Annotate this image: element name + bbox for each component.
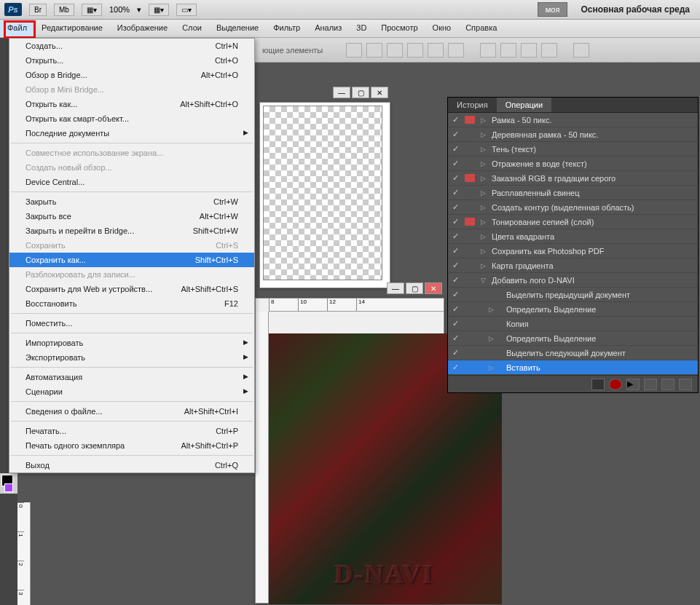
menu-справка[interactable]: Справка: [458, 20, 504, 37]
maximize-button[interactable]: ▢: [406, 282, 423, 294]
background-color[interactable]: [4, 483, 13, 492]
expand-icon[interactable]: ▷: [477, 131, 489, 138]
action-checkbox[interactable]: ✓: [448, 217, 463, 226]
menu-item[interactable]: Импортировать▶: [9, 336, 254, 350]
menu-item[interactable]: ВосстановитьF12: [9, 296, 254, 311]
close-button[interactable]: ✕: [371, 87, 388, 98]
menu-просмотр[interactable]: Просмотр: [374, 20, 425, 37]
action-row[interactable]: ✓▷Деревянная рамка - 50 пикс.: [448, 127, 698, 142]
menu-слои[interactable]: Слои: [175, 20, 209, 37]
action-checkbox[interactable]: ✓: [448, 348, 463, 357]
action-row[interactable]: ✓▽Добавить лого D-NAVI: [448, 273, 698, 288]
expand-icon[interactable]: ▷: [477, 306, 489, 313]
action-row[interactable]: ✓▷Создать контур (выделенная область): [448, 200, 698, 215]
action-row[interactable]: ✓▷Отражение в воде (текст): [448, 157, 698, 171]
action-row[interactable]: ✓▷Тень (текст): [448, 142, 698, 157]
tab-history[interactable]: История: [448, 98, 497, 112]
expand-icon[interactable]: ▽: [477, 277, 489, 284]
expand-icon[interactable]: ▷: [477, 364, 489, 371]
menu-окно[interactable]: Окно: [425, 20, 459, 37]
menu-item[interactable]: Экспортировать▶: [9, 350, 254, 365]
action-row[interactable]: ✓▷Рамка - 50 пикс.: [448, 113, 698, 127]
expand-icon[interactable]: ▷: [477, 116, 489, 124]
menu-выделение[interactable]: Выделение: [209, 20, 266, 37]
align-icon[interactable]: [407, 43, 423, 58]
expand-icon[interactable]: ▷: [477, 160, 489, 167]
expand-icon[interactable]: ▷: [477, 218, 489, 226]
stop-button[interactable]: [591, 379, 605, 390]
align-icon[interactable]: [448, 43, 464, 58]
menu-item[interactable]: Обзор в Bridge...Alt+Ctrl+O: [9, 68, 254, 82]
menu-item[interactable]: Device Central...: [9, 175, 254, 189]
action-checkbox[interactable]: ✓: [448, 275, 463, 285]
menu-анализ[interactable]: Анализ: [307, 20, 349, 37]
play-button[interactable]: ▶: [626, 379, 640, 390]
distribute-icon[interactable]: [573, 43, 589, 58]
action-checkbox[interactable]: ✓: [448, 173, 463, 183]
new-action-button[interactable]: [661, 379, 675, 390]
zoom-level[interactable]: 100%: [109, 5, 130, 14]
action-checkbox[interactable]: ✓: [448, 363, 463, 372]
menu-item[interactable]: Сохранить для Web и устройств...Alt+Shif…: [9, 282, 254, 296]
action-row[interactable]: ✓▷Цвета квадранта: [448, 229, 698, 244]
minimize-button[interactable]: —: [333, 87, 350, 98]
menu-item[interactable]: Создать...Ctrl+N: [9, 39, 254, 53]
action-row[interactable]: ✓▷Заказной RGB в градации серого: [448, 171, 698, 186]
action-checkbox[interactable]: ✓: [448, 290, 463, 299]
menu-item[interactable]: Сохранить как...Shift+Ctrl+S: [9, 253, 254, 267]
menu-фильтр[interactable]: Фильтр: [266, 20, 307, 37]
action-checkbox[interactable]: ✓: [448, 232, 463, 241]
action-checkbox[interactable]: ✓: [448, 246, 463, 256]
menu-item[interactable]: Последние документы▶: [9, 126, 254, 141]
action-row[interactable]: ✓▷Расплавленный свинец: [448, 186, 698, 200]
screenmode-button[interactable]: ▭▾: [176, 4, 197, 16]
viewmode-button[interactable]: ▦▾: [82, 4, 102, 16]
expand-icon[interactable]: ▷: [477, 204, 489, 211]
menu-item[interactable]: Сведения о файле...Alt+Shift+Ctrl+I: [9, 404, 254, 419]
action-row[interactable]: ✓Выделить следующий документ: [448, 346, 698, 360]
action-row[interactable]: ✓Выделить предыдущий документ: [448, 288, 698, 302]
expand-icon[interactable]: ▷: [477, 233, 489, 240]
bridge-button[interactable]: Br: [29, 4, 47, 16]
action-row[interactable]: ✓▷Сохранить как Photoshop PDF: [448, 244, 698, 258]
action-row[interactable]: ✓Копия: [448, 317, 698, 331]
menu-item[interactable]: Печатать...Ctrl+P: [9, 424, 254, 438]
menu-item[interactable]: Поместить...: [9, 316, 254, 331]
delete-button[interactable]: [679, 379, 692, 390]
tab-actions[interactable]: Операции: [497, 98, 551, 112]
menu-3d[interactable]: 3D: [349, 20, 374, 37]
workspace-label[interactable]: Основная рабочая среда: [575, 4, 696, 15]
action-checkbox[interactable]: ✓: [448, 202, 463, 212]
action-checkbox[interactable]: ✓: [448, 333, 463, 343]
distribute-icon[interactable]: [521, 43, 537, 58]
action-row[interactable]: ✓▷Определить Выделение: [448, 302, 698, 317]
new-set-button[interactable]: [644, 379, 657, 390]
action-row[interactable]: ✓▷Тонирование сепией (слой): [448, 215, 698, 229]
expand-icon[interactable]: ▷: [477, 146, 489, 153]
action-checkbox[interactable]: ✓: [448, 130, 463, 139]
arrange-button[interactable]: ▦▾: [149, 4, 169, 16]
action-checkbox[interactable]: ✓: [448, 159, 463, 168]
align-icon[interactable]: [366, 43, 382, 58]
expand-icon[interactable]: ▷: [477, 262, 489, 269]
color-swatches[interactable]: [0, 473, 17, 494]
action-checkbox[interactable]: ✓: [448, 304, 463, 314]
transparent-canvas[interactable]: [263, 106, 382, 280]
action-row[interactable]: ✓▷Вставить: [448, 360, 698, 375]
menu-item[interactable]: Открыть...Ctrl+O: [9, 53, 254, 68]
distribute-icon[interactable]: [480, 43, 496, 58]
menu-редактирование[interactable]: Редактирование: [34, 20, 110, 37]
menu-файл[interactable]: Файл: [0, 20, 34, 37]
action-row[interactable]: ✓▷Карта градиента: [448, 258, 698, 273]
action-checkbox[interactable]: ✓: [448, 188, 463, 197]
menu-item[interactable]: Закрыть и перейти в Bridge...Shift+Ctrl+…: [9, 224, 254, 238]
menu-item[interactable]: Открыть как...Alt+Shift+Ctrl+O: [9, 97, 254, 111]
minimize-button[interactable]: —: [387, 282, 404, 294]
menu-item[interactable]: Открыть как смарт-объект...: [9, 111, 254, 126]
menu-item[interactable]: ВыходCtrl+Q: [9, 458, 254, 472]
action-checkbox[interactable]: ✓: [448, 261, 463, 270]
menu-item[interactable]: ЗакрытьCtrl+W: [9, 194, 254, 209]
align-icon[interactable]: [428, 43, 444, 58]
action-checkbox[interactable]: ✓: [448, 144, 463, 154]
menu-изображение[interactable]: Изображение: [110, 20, 175, 37]
